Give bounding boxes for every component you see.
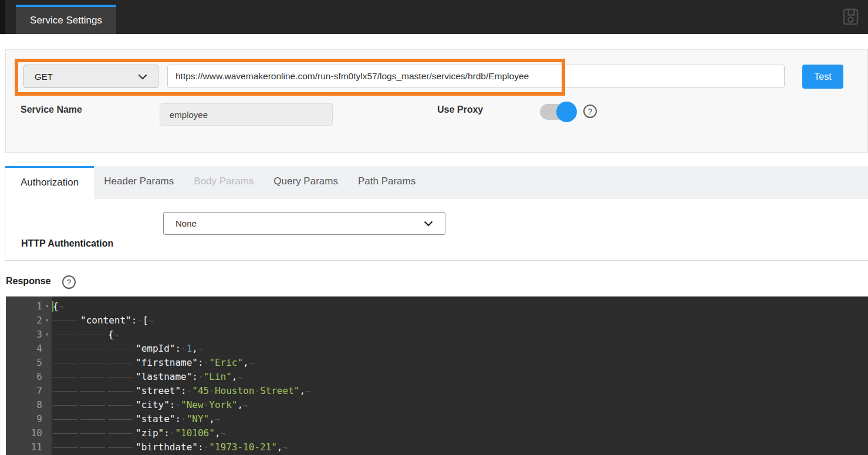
top-header: Service Settings <box>0 0 868 34</box>
response-help-icon[interactable]: ? <box>62 275 76 289</box>
eol-mark: ¬ <box>243 401 248 410</box>
code-token-punct: : <box>175 343 181 354</box>
fold-spacer <box>42 356 52 370</box>
code-line[interactable]: "zip":·"10106",¬ <box>53 426 868 440</box>
http-method-select[interactable]: GET <box>23 65 158 88</box>
code-token-punct: : <box>131 315 137 326</box>
code-token-key: "firstname" <box>136 357 198 368</box>
eol-mark: ¬ <box>249 359 254 368</box>
code-line[interactable]: {¬ <box>53 299 868 314</box>
code-token-sp: · <box>209 385 215 396</box>
fold-toggle-icon[interactable]: ▾ <box>42 328 52 342</box>
http-authentication-select[interactable]: None <box>163 212 445 235</box>
code-token-punct: : <box>198 441 204 453</box>
code-token-key: "content" <box>80 315 131 326</box>
chevron-down-icon <box>424 218 433 228</box>
tab-header-params[interactable]: Header Params <box>94 166 184 198</box>
eol-mark: ¬ <box>305 387 310 396</box>
line-number: 3 <box>36 328 42 342</box>
code-token-sp: · <box>204 441 210 453</box>
code-token-punct: , <box>299 385 305 396</box>
service-name-input[interactable] <box>160 103 333 126</box>
code-token-str: "45 <box>192 385 209 396</box>
test-button[interactable]: Test <box>802 65 843 89</box>
code-token-sp: · <box>181 343 187 354</box>
save-icon <box>843 8 859 28</box>
indent-guide <box>80 377 105 378</box>
code-line[interactable]: "firstname":·"Eric",¬ <box>53 356 868 370</box>
gutter-line: 4 <box>6 342 52 356</box>
code-line[interactable]: "state":·"NY",¬ <box>53 412 868 426</box>
code-token-str: York" <box>209 399 237 410</box>
indent-guide <box>108 363 133 363</box>
code-token-sp: · <box>187 385 192 396</box>
fold-toggle-icon[interactable]: ▾ <box>42 299 52 314</box>
code-line[interactable]: "street":·"45·Houston·Street",¬ <box>53 384 868 398</box>
code-line[interactable]: {¬ <box>53 328 868 342</box>
fold-toggle-icon[interactable]: ▾ <box>42 314 52 328</box>
indent-guide <box>53 447 77 448</box>
code-token-str: "NY" <box>187 413 210 424</box>
code-token-key: "zip" <box>136 427 164 439</box>
code-token-punct: : <box>192 371 198 382</box>
code-token-punct: , <box>243 357 249 368</box>
code-token-punct: : <box>181 385 187 396</box>
header-left-strip <box>0 0 5 34</box>
gutter-line: 9 <box>6 412 52 426</box>
line-number: 6 <box>36 370 42 384</box>
fold-spacer <box>42 370 52 384</box>
line-number: 5 <box>36 356 42 370</box>
indent-guide <box>53 321 77 321</box>
gutter-line: 3▾ <box>6 328 52 342</box>
eol-mark: ¬ <box>148 316 153 325</box>
tab-service-settings-label: Service Settings <box>30 15 102 26</box>
indent-guide <box>53 391 77 392</box>
line-number: 1 <box>36 299 42 314</box>
use-proxy-help-icon[interactable]: ? <box>583 105 597 118</box>
chevron-down-icon <box>138 72 147 82</box>
response-code-editor[interactable]: 1▾2▾3▾4567891011 {¬"content":·[¬{¬"empId… <box>6 296 868 455</box>
tab-body-params: Body Params <box>184 166 264 198</box>
fold-spacer <box>42 342 52 356</box>
indent-guide <box>53 349 77 349</box>
gutter-line: 2▾ <box>6 314 52 328</box>
code-token-sp: · <box>181 413 187 424</box>
http-authentication-label: HTTP Authentication <box>21 238 113 249</box>
code-token-sp: · <box>175 399 181 410</box>
http-authentication-value: None <box>175 218 197 228</box>
eol-mark: ¬ <box>237 373 242 382</box>
tab-path-params[interactable]: Path Params <box>348 166 425 198</box>
code-line[interactable]: "lastname":·"Lin",¬ <box>53 370 868 384</box>
code-line[interactable]: "city":·"New·York",¬ <box>53 398 868 412</box>
fold-spacer <box>42 398 52 412</box>
tab-query-params[interactable]: Query Params <box>264 166 348 198</box>
code-token-str: "1973-10-21" <box>209 441 277 453</box>
service-url-input[interactable] <box>167 65 785 88</box>
indent-guide <box>80 391 105 392</box>
code-line[interactable]: "birthdate":·"1973-10-21",¬ <box>53 440 868 454</box>
code-line[interactable]: "content":·[¬ <box>53 314 868 328</box>
indent-guide <box>80 405 105 406</box>
code-token-punct: [ <box>143 315 148 326</box>
code-token-sp: · <box>254 385 260 396</box>
indent-guide <box>80 349 105 349</box>
code-token-str: "Eric" <box>209 357 243 368</box>
code-token-punct: , <box>215 427 221 439</box>
indent-guide <box>108 433 133 434</box>
code-token-num: 1 <box>187 343 192 354</box>
use-proxy-toggle[interactable] <box>540 104 574 120</box>
authorization-tab-content: HTTP Authentication None <box>5 198 868 260</box>
tab-service-settings[interactable]: Service Settings <box>16 5 116 34</box>
line-number: 2 <box>36 314 42 328</box>
gutter-line: 11 <box>6 440 52 454</box>
params-tab-bar: Authorization Header Params Body Params … <box>5 166 868 198</box>
code-line[interactable]: "empId":·1,¬ <box>53 342 868 356</box>
indent-guide <box>53 377 77 378</box>
tab-authorization[interactable]: Authorization <box>5 166 94 199</box>
save-button[interactable] <box>842 9 859 26</box>
code-token-key: "state" <box>136 413 175 424</box>
code-token-str: Houston <box>215 385 254 396</box>
indent-guide <box>108 405 133 406</box>
line-number: 8 <box>36 398 42 412</box>
code-token-punct: , <box>237 399 243 410</box>
